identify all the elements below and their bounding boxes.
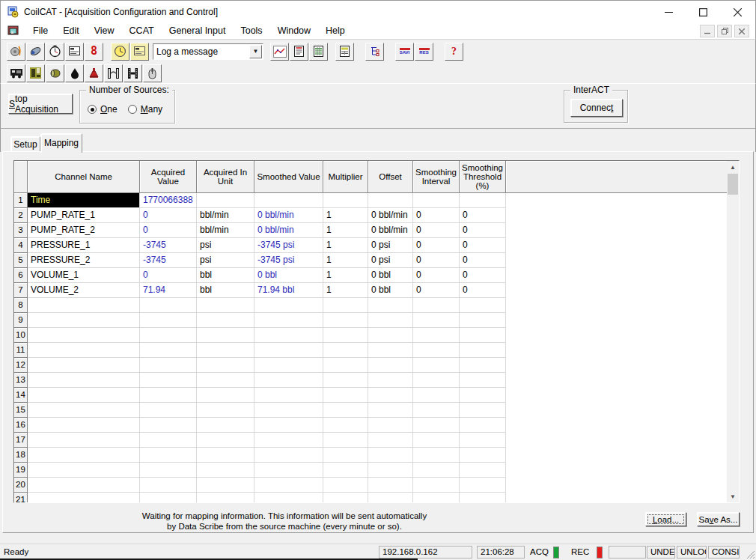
table-cell[interactable]: [368, 493, 413, 502]
table-cell[interactable]: 0 bbl: [254, 268, 323, 283]
digital-8-icon[interactable]: 8: [85, 43, 103, 61]
table-cell[interactable]: bbl/min: [197, 223, 254, 238]
table-cell[interactable]: 1: [323, 268, 368, 283]
col-header-offset[interactable]: Offset: [368, 161, 413, 193]
col-header-channel-name[interactable]: Channel Name: [28, 161, 140, 193]
table-cell[interactable]: [197, 328, 254, 343]
menu-view[interactable]: View: [87, 23, 122, 38]
table-cell[interactable]: [460, 373, 506, 388]
table-cell[interactable]: [254, 433, 323, 448]
table-cell[interactable]: [28, 298, 140, 313]
table-cell[interactable]: -3745 psi: [254, 238, 323, 253]
table-cell[interactable]: [254, 463, 323, 478]
table-cell[interactable]: Time: [28, 193, 140, 208]
table-cell[interactable]: [460, 463, 506, 478]
stopwatch-icon[interactable]: [46, 43, 64, 61]
table-cell[interactable]: [197, 478, 254, 493]
table-cell[interactable]: [413, 433, 460, 448]
table-cell[interactable]: [413, 448, 460, 463]
table-cell[interactable]: 0: [140, 268, 197, 283]
counter-icon[interactable]: [143, 64, 162, 82]
report-icon[interactable]: [290, 43, 308, 61]
table-cell[interactable]: 0: [460, 268, 506, 283]
table-cell[interactable]: [323, 448, 368, 463]
col-header-acquired-in-unit[interactable]: Acquired In Unit: [197, 161, 254, 193]
col-header-multiplier[interactable]: Multiplier: [323, 161, 368, 193]
table-cell[interactable]: -3745: [140, 238, 197, 253]
memo-icon[interactable]: [65, 43, 84, 61]
table-cell[interactable]: [413, 193, 460, 208]
table-cell[interactable]: [140, 298, 197, 313]
table-cell[interactable]: [368, 403, 413, 418]
table-cell[interactable]: [460, 433, 506, 448]
table-cell[interactable]: [368, 193, 413, 208]
table-cell[interactable]: 1: [323, 223, 368, 238]
table-cell[interactable]: [460, 493, 506, 502]
tab-setup[interactable]: Setup: [10, 136, 40, 152]
table-cell[interactable]: 0: [140, 208, 197, 223]
table-cell[interactable]: [368, 463, 413, 478]
table-cell[interactable]: [323, 193, 368, 208]
table-cell[interactable]: [140, 373, 197, 388]
table-cell[interactable]: [197, 448, 254, 463]
table-cell[interactable]: [368, 328, 413, 343]
table-cell[interactable]: [197, 193, 254, 208]
row-number[interactable]: 9: [14, 313, 28, 328]
row-number[interactable]: 4: [14, 238, 28, 253]
close-button[interactable]: [720, 1, 755, 23]
table-cell[interactable]: [197, 463, 254, 478]
scroll-down-icon[interactable]: ▼: [727, 490, 739, 502]
table-cell[interactable]: PUMP_RATE_2: [28, 223, 140, 238]
table-cell[interactable]: bbl: [197, 268, 254, 283]
table-cell[interactable]: [460, 478, 506, 493]
table-cell[interactable]: [28, 343, 140, 358]
row-number[interactable]: 5: [14, 253, 28, 268]
capsule-icon[interactable]: [26, 43, 45, 61]
save-as-button[interactable]: Save As...: [697, 512, 740, 526]
memo-yellow-icon[interactable]: [130, 43, 149, 61]
table-cell[interactable]: [254, 493, 323, 502]
table-cell[interactable]: [323, 358, 368, 373]
save-settings-icon[interactable]: SAVI: [395, 43, 414, 61]
table-cell[interactable]: 0: [413, 253, 460, 268]
row-number[interactable]: 8: [14, 298, 28, 313]
menu-file[interactable]: File: [25, 23, 55, 38]
row-number[interactable]: 11: [14, 343, 28, 358]
table-cell[interactable]: 0: [460, 283, 506, 298]
table-cell[interactable]: [460, 418, 506, 433]
table-cell[interactable]: [323, 493, 368, 502]
table-cell[interactable]: [323, 343, 368, 358]
row-number[interactable]: 19: [14, 463, 28, 478]
radio-many[interactable]: Many: [128, 104, 162, 115]
table-cell[interactable]: 0 bbl/min: [254, 208, 323, 223]
table-report-icon[interactable]: [335, 43, 354, 61]
table-cell[interactable]: [323, 418, 368, 433]
table-cell[interactable]: [413, 328, 460, 343]
table-cell[interactable]: 0 psi: [368, 253, 413, 268]
table-cell[interactable]: [140, 403, 197, 418]
tank-icon[interactable]: [46, 64, 64, 82]
table-cell[interactable]: [197, 358, 254, 373]
control-panel-icon[interactable]: [26, 64, 45, 82]
table-cell[interactable]: [28, 493, 140, 502]
table-cell[interactable]: 0: [460, 223, 506, 238]
table-cell[interactable]: 0: [413, 283, 460, 298]
table-cell[interactable]: [254, 448, 323, 463]
table-cell[interactable]: [254, 193, 323, 208]
table-cell[interactable]: 1: [323, 283, 368, 298]
spreadsheet-icon[interactable]: [309, 43, 328, 61]
table-cell[interactable]: [28, 328, 140, 343]
table-cell[interactable]: 0: [140, 223, 197, 238]
table-cell[interactable]: [368, 358, 413, 373]
table-cell[interactable]: [460, 313, 506, 328]
menu-general-input[interactable]: General Input: [162, 23, 234, 38]
table-cell[interactable]: VOLUME_1: [28, 268, 140, 283]
table-cell[interactable]: [368, 313, 413, 328]
table-cell[interactable]: 0 bbl: [368, 268, 413, 283]
row-number[interactable]: 3: [14, 223, 28, 238]
maximize-button[interactable]: [686, 1, 720, 23]
table-cell[interactable]: [28, 418, 140, 433]
table-cell[interactable]: [368, 373, 413, 388]
menu-window[interactable]: Window: [270, 23, 318, 38]
table-cell[interactable]: [413, 478, 460, 493]
